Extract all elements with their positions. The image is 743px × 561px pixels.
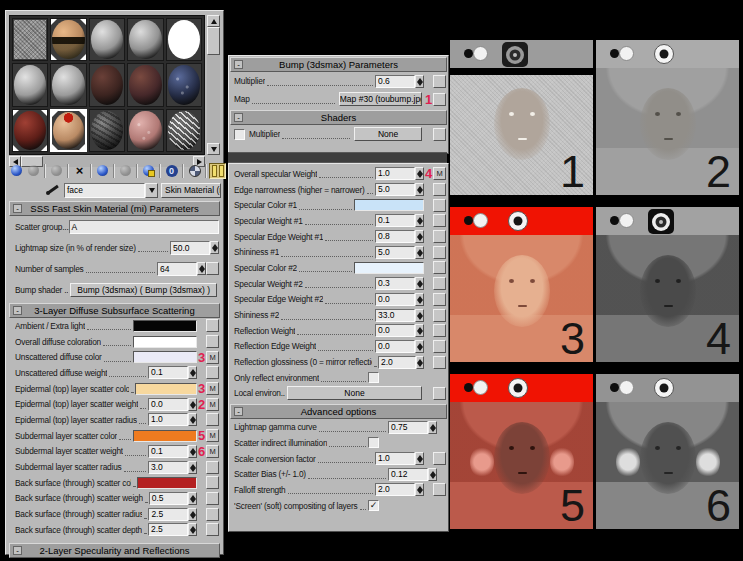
screen-soft-compositing-of-layers-checkbox[interactable]: ✓ <box>368 500 379 511</box>
rollout-header-sss-parameters[interactable]: - SSS Fast Skin Material (mi) Parameters <box>9 201 220 216</box>
falloff-strength-field[interactable]: 2.0 <box>375 483 415 496</box>
make-material-copy-icon[interactable] <box>94 163 111 179</box>
rollout-header-2layer-specularity[interactable]: - 2-Layer Specularity and Reflections <box>9 543 220 558</box>
collapse-icon[interactable]: - <box>234 407 243 416</box>
material-slot-8[interactable] <box>89 63 125 106</box>
make-unique-icon[interactable] <box>117 163 134 179</box>
map-slot-button[interactable] <box>433 183 446 196</box>
ambient-extra-light-color-swatch[interactable] <box>133 320 197 332</box>
multiplier-button[interactable]: None <box>354 127 422 141</box>
map-slot-button[interactable] <box>206 523 219 536</box>
map-slot-button[interactable] <box>433 340 446 353</box>
rollout-header-shaders[interactable]: - Shaders <box>230 110 447 125</box>
vertical-scrollbar[interactable] <box>207 15 220 155</box>
map-slot-button[interactable] <box>206 366 219 379</box>
map-slot-button[interactable] <box>433 387 446 400</box>
subdermal-layer-scatter-weight-field[interactable]: 0.1 <box>148 445 188 458</box>
overall-specular-weight-spinner[interactable] <box>415 167 424 180</box>
only-reflect-environment-checkbox[interactable] <box>368 372 379 383</box>
reflection-glossiness-0-mirror-reflection-field[interactable]: 2.0 <box>378 356 416 369</box>
epidermal-top-layer-scatter-radius-field[interactable]: 1.0 <box>148 413 188 426</box>
map-slot-button[interactable] <box>433 483 446 496</box>
vertical-scroll-thumb[interactable] <box>207 27 220 55</box>
map-slot-button[interactable] <box>433 309 446 322</box>
map-shortcut-button[interactable]: M <box>206 429 219 442</box>
specular-weight-1-field[interactable]: 0.1 <box>375 214 415 227</box>
reflection-weight-spinner[interactable] <box>415 324 424 337</box>
material-slot-1[interactable] <box>12 18 48 61</box>
map-button[interactable]: Map #30 (toubump.jpg) <box>339 92 422 106</box>
specular-weight-2-field[interactable]: 0.3 <box>375 277 415 290</box>
subdermal-layer-scatter-radius-field[interactable]: 3.0 <box>148 461 188 474</box>
subdermal-layer-scatter-color-color-swatch[interactable] <box>133 430 197 442</box>
specular-weight-2-spinner[interactable] <box>415 277 424 290</box>
shininess-1-field[interactable]: 5.0 <box>375 246 415 259</box>
get-material-icon[interactable] <box>8 163 25 179</box>
lightmap-size-in-of-render-size-spinner[interactable] <box>210 241 219 254</box>
lightmap-gamma-curve-field[interactable]: 0.75 <box>388 421 428 434</box>
show-end-result-icon[interactable] <box>209 163 226 179</box>
multiplier-checkbox[interactable] <box>234 129 245 140</box>
specular-edge-weight-2-spinner[interactable] <box>415 293 424 306</box>
material-type-button[interactable]: Skin Material (m <box>161 183 221 198</box>
subdermal-layer-scatter-weight-spinner[interactable] <box>188 445 197 458</box>
specular-edge-weight-2-field[interactable]: 0.0 <box>375 293 415 306</box>
map-slot-button[interactable] <box>433 452 446 465</box>
collapse-icon[interactable]: - <box>13 306 22 315</box>
scale-conversion-factor-field[interactable]: 1.0 <box>375 452 415 465</box>
material-slot-14[interactable] <box>127 109 163 152</box>
edge-narrowness-higher-narrower-field[interactable]: 5.0 <box>375 183 415 196</box>
scatter-indirect-illumination-checkbox[interactable] <box>368 437 379 448</box>
shininess-1-spinner[interactable] <box>415 246 424 259</box>
collapse-icon[interactable]: - <box>13 204 22 213</box>
multiplier-spinner[interactable] <box>415 75 424 88</box>
edge-narrowness-higher-narrower-spinner[interactable] <box>415 183 424 196</box>
local-environ-button[interactable]: None <box>287 386 422 400</box>
reset-map-icon[interactable]: × <box>71 163 88 179</box>
map-shortcut-button[interactable]: M <box>206 398 219 411</box>
epidermal-top-layer-scatter-weight-spinner[interactable] <box>188 398 197 411</box>
map-slot-button[interactable] <box>433 214 446 227</box>
epidermal-top-layer-scatter-radius-spinner[interactable] <box>188 413 197 426</box>
reflection-edge-weight-spinner[interactable] <box>415 340 424 353</box>
scale-conversion-factor-spinner[interactable] <box>415 452 424 465</box>
pick-material-eyedropper-icon[interactable] <box>46 183 61 197</box>
number-of-samples-field[interactable]: 64 <box>157 262 197 276</box>
scatter-bias-1-0-field[interactable]: 0.12 <box>388 468 428 481</box>
material-slot-11[interactable] <box>12 109 48 152</box>
unscattered-diffuse-weight-spinner[interactable] <box>188 366 197 379</box>
material-slot-7[interactable] <box>50 63 86 106</box>
material-slot-4[interactable] <box>127 18 163 61</box>
material-slot-6[interactable] <box>12 63 48 106</box>
reflection-edge-weight-field[interactable]: 0.0 <box>375 340 415 353</box>
collapse-icon[interactable]: - <box>234 113 243 122</box>
scroll-up-button[interactable] <box>207 15 220 27</box>
collapse-icon[interactable]: - <box>234 60 243 69</box>
map-slot-button[interactable] <box>433 324 446 337</box>
material-slot-2[interactable] <box>50 18 86 61</box>
map-slot-button[interactable] <box>433 356 446 369</box>
put-material-to-scene-icon[interactable] <box>25 163 42 179</box>
map-slot-button[interactable] <box>433 75 446 88</box>
put-to-library-icon[interactable] <box>140 163 157 179</box>
unscattered-diffuse-weight-field[interactable]: 0.1 <box>148 366 188 379</box>
reflection-weight-field[interactable]: 0.0 <box>375 324 415 337</box>
back-surface-through-scatter-weight-spinner[interactable] <box>188 492 197 505</box>
shininess-2-spinner[interactable] <box>415 309 424 322</box>
map-slot-button[interactable] <box>433 293 446 306</box>
epidermal-top-layer-scatter-color-color-swatch[interactable] <box>135 383 197 395</box>
specular-edge-weight-1-field[interactable]: 0.8 <box>375 230 415 243</box>
map-slot-button[interactable] <box>433 246 446 259</box>
map-slot-button[interactable] <box>433 128 446 141</box>
material-slot-3[interactable] <box>89 18 125 61</box>
back-surface-through-scatter-weight-field[interactable]: 0.5 <box>149 492 188 505</box>
multiplier-field[interactable]: 0.6 <box>375 75 415 88</box>
unscattered-diffuse-color-color-swatch[interactable] <box>133 351 197 363</box>
rollout-header-advanced-options[interactable]: - Advanced options <box>230 404 447 419</box>
scatter-group-field[interactable]: A <box>69 220 219 234</box>
map-shortcut-button[interactable]: M <box>206 445 219 458</box>
rollout-header-bump-parameters[interactable]: - Bump (3dsmax) Parameters <box>230 57 447 72</box>
rollout-header-3layer-diffuse[interactable]: - 3-Layer Diffuse Subsurface Scattering <box>9 303 220 318</box>
epidermal-top-layer-scatter-weight-field[interactable]: 0.0 <box>148 398 188 411</box>
overall-diffuse-coloration-color-swatch[interactable] <box>133 336 197 348</box>
